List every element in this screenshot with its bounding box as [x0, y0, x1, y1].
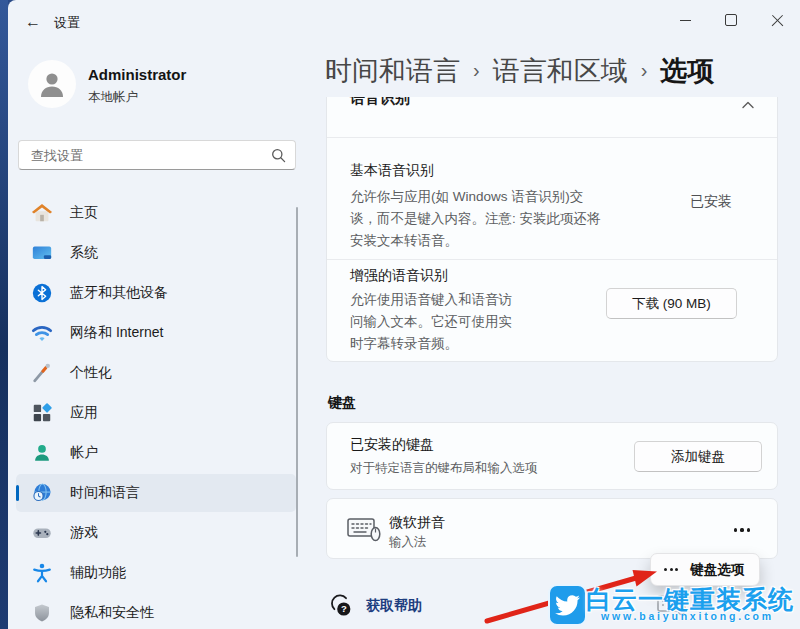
- sidebar-item-network[interactable]: 网络和 Internet: [16, 314, 296, 352]
- sidebar-item-system[interactable]: 系统: [16, 234, 296, 272]
- close-icon: [771, 14, 784, 27]
- search-input[interactable]: [19, 141, 295, 169]
- sidebar-item-label: 网络和 Internet: [70, 324, 163, 342]
- sidebar-item-label: 主页: [70, 204, 98, 222]
- sidebar-item-time-language[interactable]: 时间和语言: [16, 474, 296, 512]
- breadcrumb-separator: ›: [641, 59, 648, 82]
- divider: [327, 137, 777, 138]
- installed-status: 已安装: [690, 193, 732, 211]
- download-button[interactable]: 下载 (90 MB): [606, 288, 737, 319]
- sidebar-nav: 主页 系统 蓝牙和其他设备: [16, 194, 296, 629]
- sidebar-item-label: 系统: [70, 244, 98, 262]
- chevron-up-icon[interactable]: [741, 99, 755, 111]
- sidebar-item-home[interactable]: 主页: [16, 194, 296, 232]
- sidebar-item-gaming[interactable]: 游戏: [16, 514, 296, 552]
- desc-line: 允许你与应用(如 Windows 语音识别)交: [350, 186, 601, 208]
- basic-speech-description: 允许你与应用(如 Windows 语音识别)交 谈，而不是键入内容。注意: 安装…: [350, 186, 601, 252]
- accounts-icon: [31, 442, 53, 464]
- privacy-icon: [31, 602, 53, 624]
- breadcrumb-language-region[interactable]: 语言和区域: [493, 53, 628, 89]
- sidebar-scrollbar[interactable]: [296, 207, 298, 557]
- watermark-bird-logo: [548, 584, 587, 626]
- maximize-icon: [725, 14, 737, 26]
- maximize-button[interactable]: [708, 0, 754, 40]
- ellipsis-icon: [740, 528, 743, 531]
- person-icon: [35, 67, 69, 101]
- minimize-button[interactable]: [662, 0, 708, 40]
- ellipsis-icon: [664, 568, 678, 571]
- main-content: 语音识别 基本语音识别 允许你与应用(如 Windows 语音识别)交 谈，而不…: [326, 97, 778, 629]
- breadcrumb-separator: ›: [473, 59, 480, 82]
- keyboard-section-title: 键盘: [328, 394, 356, 412]
- enhanced-speech-description: 允许使用语音键入和语音访 问输入文本。它还可使用实 时字幕转录音频。: [350, 289, 512, 355]
- sidebar-item-accounts[interactable]: 帐户: [16, 434, 296, 472]
- network-icon: [31, 322, 53, 344]
- enhanced-speech-title: 增强的语音识别: [350, 267, 448, 285]
- dot: [670, 568, 673, 571]
- sidebar-item-apps[interactable]: 应用: [16, 394, 296, 432]
- dot: [675, 568, 678, 571]
- speech-recognition-card: 语音识别 基本语音识别 允许你与应用(如 Windows 语音识别)交 谈，而不…: [326, 97, 778, 362]
- sidebar-item-label: 辅助功能: [70, 564, 126, 582]
- breadcrumb: 时间和语言 › 语言和区域 › 选项: [325, 53, 714, 89]
- keyboard-icon: [347, 515, 381, 543]
- avatar: [28, 60, 76, 108]
- sidebar-item-accessibility[interactable]: 辅助功能: [16, 554, 296, 592]
- apps-icon: [31, 402, 53, 424]
- search-icon: [271, 148, 286, 163]
- bluetooth-icon: [31, 282, 53, 304]
- help-icon: ?: [328, 593, 353, 618]
- user-account-type: 本地帐户: [88, 89, 138, 106]
- ime-card: 微软拼音 输入法: [326, 498, 778, 559]
- keyboard-options-menu-item[interactable]: 键盘选项: [690, 561, 744, 579]
- breadcrumb-time-language[interactable]: 时间和语言: [325, 53, 460, 89]
- sidebar-item-label: 个性化: [70, 364, 112, 382]
- page-title: 选项: [660, 53, 714, 89]
- home-icon: [31, 202, 53, 224]
- ime-more-button[interactable]: [731, 521, 753, 539]
- settings-window: ← 设置 Administrator 本地帐户 时间和语言 › 语言和区域 › …: [8, 0, 800, 629]
- installed-keyboards-card: 已安装的键盘 对于特定语言的键布局和输入选项 添加键盘: [326, 422, 778, 490]
- dot: [664, 568, 667, 571]
- sidebar-item-personalization[interactable]: 个性化: [16, 354, 296, 392]
- sidebar-item-label: 隐私和安全性: [70, 604, 154, 622]
- personalization-icon: [31, 362, 53, 384]
- bird-icon: [555, 595, 580, 616]
- desc-line: 谈，而不是键入内容。注意: 安装此项还将: [350, 208, 601, 230]
- desc-line: 允许使用语音键入和语音访: [350, 289, 512, 311]
- back-button[interactable]: ←: [18, 8, 48, 36]
- sidebar-item-bluetooth[interactable]: 蓝牙和其他设备: [16, 274, 296, 312]
- svg-text:?: ?: [341, 603, 347, 614]
- divider: [327, 259, 777, 260]
- sidebar-item-label: 应用: [70, 404, 98, 422]
- sidebar-item-label: 帐户: [70, 444, 98, 462]
- accessibility-icon: [31, 562, 53, 584]
- minimize-icon: [680, 20, 691, 21]
- ime-subtitle: 输入法: [389, 534, 427, 551]
- system-icon: [31, 242, 53, 264]
- watermark-url: www.baiyunxitong.com: [601, 610, 774, 622]
- sidebar-item-privacy[interactable]: 隐私和安全性: [16, 594, 296, 629]
- screenshot-root: ← 设置 Administrator 本地帐户 时间和语言 › 语言和区域 › …: [0, 0, 800, 629]
- close-button[interactable]: [754, 0, 800, 40]
- window-controls: [662, 0, 800, 40]
- gaming-icon: [31, 522, 53, 544]
- get-help-link[interactable]: ? 获取帮助: [328, 593, 422, 618]
- sidebar-item-label: 时间和语言: [70, 484, 140, 502]
- sidebar-item-label: 游戏: [70, 524, 98, 542]
- window-title: 设置: [54, 14, 80, 32]
- add-keyboard-button[interactable]: 添加键盘: [634, 441, 762, 472]
- installed-keyboards-description: 对于特定语言的键布局和输入选项: [350, 460, 538, 477]
- speech-expander-header[interactable]: 语音识别: [350, 97, 410, 108]
- desc-line: 安装文本转语音。: [350, 230, 601, 252]
- ime-title: 微软拼音: [389, 514, 445, 532]
- get-help-label: 获取帮助: [366, 597, 422, 615]
- sidebar-item-label: 蓝牙和其他设备: [70, 284, 168, 302]
- time-language-icon: [31, 482, 53, 504]
- keyboard-options-flyout: 键盘选项: [650, 553, 760, 586]
- desc-line: 时字幕转录音频。: [350, 333, 512, 355]
- basic-speech-title: 基本语音识别: [350, 162, 434, 180]
- installed-keyboards-title: 已安装的键盘: [350, 436, 434, 454]
- ellipsis-icon: [747, 528, 750, 531]
- search-box: [18, 140, 296, 170]
